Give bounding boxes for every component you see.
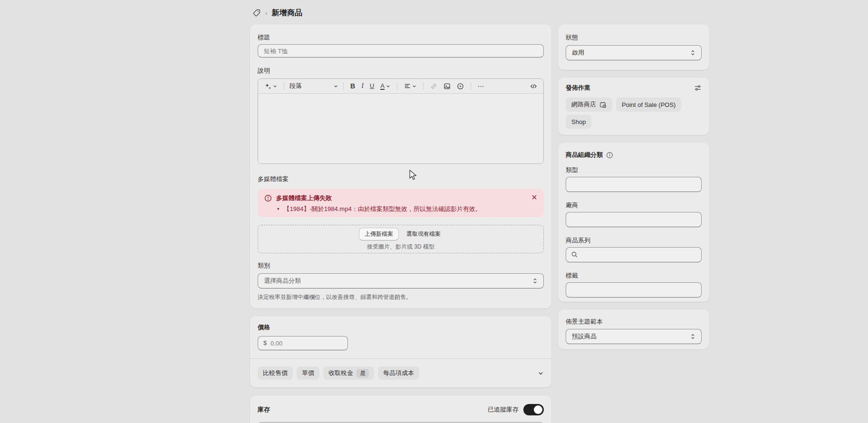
inventory-card: 庫存 已追蹤庫存 — [250, 395, 551, 423]
channel-pos-pill[interactable]: Point of Sale (POS) — [616, 97, 681, 112]
charge-tax-label: 收取稅金 — [328, 369, 353, 377]
category-help-text: 決定稅率並新增中繼欄位，以改善搜尋、篩選和跨管道銷售。 — [258, 293, 544, 301]
ai-magic-button[interactable] — [263, 82, 279, 91]
product-organization-card: 商品組織分類 類型 廠商 商品系列 — [558, 143, 709, 302]
upload-new-file-button[interactable]: 上傳新檔案 — [359, 228, 399, 240]
channel-online-store-pill[interactable]: 網路商店 — [566, 97, 612, 112]
collections-search-input[interactable] — [566, 247, 702, 262]
theme-template-value: 預設商品 — [572, 332, 690, 341]
underline-button[interactable]: U — [368, 82, 376, 90]
cost-per-item-pill[interactable]: 每品項成本 — [378, 366, 419, 380]
error-banner-title: 多媒體檔案上傳失敗 — [276, 194, 332, 202]
search-icon — [571, 251, 578, 258]
description-textarea[interactable] — [258, 94, 543, 164]
category-select-value: 選擇商品分類 — [264, 277, 532, 285]
close-icon[interactable] — [530, 193, 538, 201]
status-card: 狀態 啟用 — [558, 24, 709, 70]
collections-label: 商品系列 — [566, 237, 702, 244]
select-updown-icon — [690, 49, 695, 56]
category-label: 類別 — [258, 262, 544, 269]
breadcrumb-separator: › — [265, 10, 267, 17]
vendor-input[interactable] — [566, 212, 702, 227]
title-input[interactable] — [258, 44, 544, 58]
select-existing-file-button[interactable]: 選取現有檔案 — [405, 229, 443, 239]
type-input[interactable] — [566, 177, 702, 192]
media-upload-error-banner: 多媒體檔案上傳失敗 • 【1984】-關於1984.mp4：由於檔案類型無效，所… — [258, 189, 544, 217]
bullet-icon: • — [277, 205, 280, 213]
info-icon[interactable] — [606, 152, 613, 159]
toolbar-divider — [284, 82, 284, 90]
unit-price-pill[interactable]: 單價 — [297, 366, 319, 380]
insert-video-button[interactable] — [455, 82, 465, 91]
media-label: 多媒體檔案 — [258, 175, 544, 183]
paragraph-style-dropdown[interactable]: 段落 — [289, 82, 338, 90]
category-select[interactable]: 選擇商品分類 — [258, 273, 544, 288]
toolbar-divider — [471, 82, 471, 90]
title-label: 標題 — [258, 34, 544, 41]
channel-label: Shop — [571, 118, 586, 125]
toggle-knob — [534, 405, 542, 414]
pricing-card: 價格 $ 比較售價 單價 收取稅金 是 每品項成本 — [250, 316, 551, 387]
channel-label: Point of Sale (POS) — [622, 101, 675, 108]
media-dropzone[interactable]: 上傳新檔案 選取現有檔案 接受圖片、影片或 3D 模型 — [258, 225, 544, 253]
alignment-button[interactable] — [403, 82, 418, 90]
tags-input[interactable] — [566, 282, 702, 298]
type-label: 類型 — [566, 166, 702, 174]
add-product-page: › 新增商品 標題 說明 — [0, 0, 868, 423]
select-updown-icon — [532, 278, 538, 284]
insert-image-button[interactable] — [442, 82, 452, 91]
charge-tax-pill[interactable]: 收取稅金 是 — [323, 366, 374, 380]
vendor-label: 廠商 — [566, 202, 702, 209]
bold-button[interactable]: B — [349, 82, 357, 90]
status-select[interactable]: 啟用 — [566, 45, 702, 60]
inventory-title: 庫存 — [258, 406, 270, 413]
toolbar-divider — [397, 82, 397, 90]
product-details-card: 標題 說明 段落 — [250, 24, 551, 308]
status-select-value: 啟用 — [572, 48, 690, 57]
code-view-button[interactable] — [529, 82, 539, 91]
description-label: 說明 — [258, 67, 544, 75]
pricing-title: 價格 — [258, 324, 544, 331]
link-icon — [429, 82, 439, 91]
theme-template-card: 佈景主題範本 預設商品 — [558, 309, 709, 349]
chevron-down-icon — [334, 84, 338, 88]
dropzone-hint: 接受圖片、影片或 3D 模型 — [367, 243, 434, 251]
charge-tax-value-badge: 是 — [357, 369, 369, 378]
chevron-down-icon[interactable] — [538, 370, 544, 376]
theme-template-label: 佈景主題範本 — [566, 318, 702, 326]
breadcrumb: › 新增商品 — [252, 7, 302, 19]
channel-label: 網路商店 — [571, 100, 596, 109]
alert-circle-icon — [264, 194, 272, 202]
select-updown-icon — [690, 333, 695, 340]
channel-shop-pill[interactable]: Shop — [566, 115, 591, 129]
paragraph-style-label: 段落 — [289, 82, 302, 90]
track-inventory-toggle[interactable] — [523, 404, 544, 415]
toolbar-divider — [423, 82, 424, 90]
page-title: 新增商品 — [271, 8, 302, 18]
theme-template-select[interactable]: 預設商品 — [566, 329, 702, 344]
sidebar: 狀態 啟用 發佈作業 — [558, 24, 709, 349]
text-color-button[interactable]: A — [379, 82, 392, 91]
schedule-calendar-icon — [599, 101, 607, 108]
chevron-down-icon — [386, 84, 390, 88]
editor-toolbar: 段落 B I U A — [258, 79, 543, 94]
chevron-down-icon — [412, 84, 416, 88]
products-tag-icon[interactable] — [252, 9, 261, 17]
compare-at-price-pill[interactable]: 比較售價 — [258, 366, 293, 380]
adjustments-icon[interactable] — [694, 84, 702, 92]
error-banner-detail: • 【1984】-關於1984.mp4：由於檔案類型無效，所以無法確認影片有效。 — [264, 205, 537, 213]
error-detail-text: 【1984】-關於1984.mp4：由於檔案類型無效，所以無法確認影片有效。 — [284, 205, 482, 213]
track-inventory-label: 已追蹤庫存 — [488, 406, 519, 413]
currency-prefix: $ — [263, 339, 267, 346]
main-column: 標題 說明 段落 — [250, 24, 551, 423]
text-color-glyph: A — [380, 83, 385, 90]
pricing-options-row: 比較售價 單價 收取稅金 是 每品項成本 — [250, 359, 551, 380]
description-editor: 段落 B I U A — [258, 78, 544, 164]
price-input[interactable] — [258, 336, 348, 350]
more-options-button[interactable]: ⋯ — [476, 81, 486, 91]
publishing-card: 發佈作業 網路商店 — [558, 77, 709, 135]
italic-button[interactable]: I — [360, 82, 365, 90]
tags-label: 標籤 — [566, 272, 702, 279]
publishing-title: 發佈作業 — [566, 84, 590, 92]
status-label: 狀態 — [566, 34, 702, 41]
